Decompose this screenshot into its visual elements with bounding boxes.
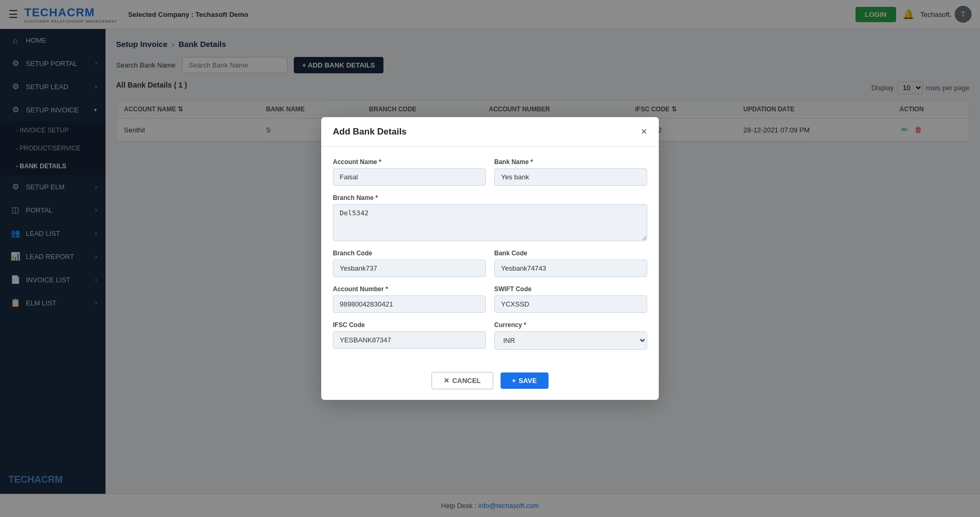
form-group-account-number: Account Number *	[333, 285, 486, 313]
form-group-currency: Currency * INR USD EUR GBP	[494, 321, 647, 350]
bank-code-input[interactable]	[494, 260, 647, 277]
form-row-3: Branch Code Bank Code	[333, 250, 647, 277]
modal-title: Add Bank Details	[333, 127, 407, 137]
account-name-label: Account Name *	[333, 158, 486, 166]
account-name-input[interactable]	[333, 168, 486, 186]
bank-code-label: Bank Code	[494, 250, 647, 257]
add-bank-details-modal: Add Bank Details × Account Name * Bank N…	[321, 117, 659, 400]
account-number-label: Account Number *	[333, 285, 486, 293]
save-icon: +	[512, 377, 516, 385]
bank-name-label: Bank Name *	[494, 158, 647, 166]
modal-overlay: Add Bank Details × Account Name * Bank N…	[0, 0, 980, 517]
modal-header: Add Bank Details ×	[321, 117, 659, 147]
bank-name-input[interactable]	[494, 168, 647, 186]
form-group-branch-name: Branch Name * Del5342	[333, 194, 647, 241]
swift-code-label: SWIFT Code	[494, 285, 647, 293]
currency-label: Currency *	[494, 321, 647, 329]
currency-select[interactable]: INR USD EUR GBP	[494, 331, 647, 350]
modal-footer: ✕ CANCEL + SAVE	[321, 363, 659, 400]
form-group-account-name: Account Name *	[333, 158, 486, 186]
modal-body: Account Name * Bank Name * Branch Name *…	[321, 147, 659, 363]
cancel-label: CANCEL	[452, 377, 481, 385]
account-number-input[interactable]	[333, 295, 486, 313]
form-row-4: Account Number * SWIFT Code	[333, 285, 647, 313]
form-group-branch-code: Branch Code	[333, 250, 486, 277]
modal-close-button[interactable]: ×	[641, 126, 647, 138]
swift-code-input[interactable]	[494, 295, 647, 313]
cancel-icon: ✕	[444, 377, 449, 385]
form-row-branch-name: Branch Name * Del5342	[333, 194, 647, 241]
ifsc-code-label: IFSC Code	[333, 321, 486, 329]
form-group-ifsc-code: IFSC Code	[333, 321, 486, 350]
form-group-bank-name: Bank Name *	[494, 158, 647, 186]
save-button[interactable]: + SAVE	[501, 372, 549, 389]
branch-code-label: Branch Code	[333, 250, 486, 257]
form-group-bank-code: Bank Code	[494, 250, 647, 277]
form-row-5: IFSC Code Currency * INR USD EUR GBP	[333, 321, 647, 350]
save-label: SAVE	[518, 377, 536, 385]
branch-name-label: Branch Name *	[333, 194, 647, 202]
form-group-swift-code: SWIFT Code	[494, 285, 647, 313]
ifsc-code-input[interactable]	[333, 331, 486, 349]
branch-name-textarea[interactable]: Del5342	[333, 204, 647, 241]
branch-code-input[interactable]	[333, 260, 486, 277]
cancel-button[interactable]: ✕ CANCEL	[431, 372, 493, 389]
form-row-1: Account Name * Bank Name *	[333, 158, 647, 186]
